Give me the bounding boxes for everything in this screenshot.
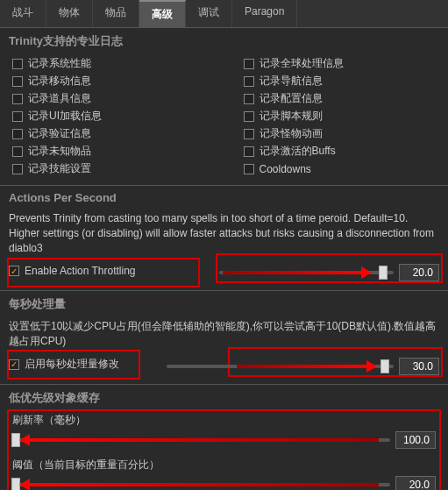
cb-log-skill[interactable]: 记录技能设置	[12, 161, 209, 176]
checkbox-icon	[244, 164, 254, 174]
checkbox-icon	[244, 94, 254, 104]
slider-thumb[interactable]	[11, 433, 20, 447]
checkbox-icon	[12, 59, 23, 69]
section-title: 每秒处理量	[9, 296, 439, 312]
tps-value[interactable]: 30.0	[399, 358, 439, 375]
cb-log-item[interactable]: 记录道具信息	[12, 91, 209, 106]
slider-thumb[interactable]	[11, 478, 20, 490]
cb-log-config[interactable]: 记录配置信息	[244, 91, 440, 106]
threshold-value[interactable]: 20.0	[395, 476, 436, 490]
section-title: Trinity支持的专业日志	[9, 33, 439, 49]
section-trinity-logs: Trinity支持的专业日志 记录系统性能 记录全球处理信息 记录移动信息 记录…	[0, 28, 448, 186]
section-ticks-per-second: 每秒处理量 设置低于10以减少CPU占用(但会降低辅助的智能度),你可以尝试高于…	[0, 291, 448, 385]
cb-log-cooldowns[interactable]: Cooldowns	[244, 161, 440, 176]
checkbox-icon	[12, 146, 23, 157]
section-title: 低优先级对象缓存	[9, 390, 439, 406]
cb-log-global[interactable]: 记录全球处理信息	[244, 56, 440, 71]
checkbox-icon	[12, 111, 23, 122]
cb-log-nav[interactable]: 记录导航信息	[244, 74, 440, 89]
section-actions-per-second: Actions Per Second Prevents Trinity from…	[0, 186, 448, 291]
cb-log-unknown[interactable]: 记录未知物品	[12, 144, 209, 159]
checkbox-icon	[12, 164, 23, 174]
checkbox-icon	[244, 76, 254, 87]
checkbox-icon	[244, 129, 254, 139]
cb-log-buffs[interactable]: 记录激活的Buffs	[244, 144, 440, 159]
checkbox-icon	[244, 146, 254, 157]
cb-log-ui[interactable]: 记录UI加载信息	[12, 109, 209, 124]
cb-log-verify[interactable]: 记录验证信息	[12, 126, 209, 141]
checkbox-icon	[244, 59, 254, 69]
aps-value[interactable]: 20.0	[399, 264, 439, 281]
checkbox-icon	[12, 129, 23, 139]
aps-slider[interactable]	[219, 271, 394, 274]
tab-debug[interactable]: 调试	[186, 0, 232, 27]
checkbox-icon	[244, 111, 254, 122]
tab-advanced[interactable]: 高级	[139, 0, 186, 27]
section-low-priority-cache: 低优先级对象缓存 刷新率（毫秒） 100.0 阈值（当前目标的重量百分比） 20…	[0, 385, 448, 490]
threshold-slider[interactable]	[12, 483, 390, 486]
slider-thumb[interactable]	[379, 266, 388, 280]
cb-log-script[interactable]: 记录脚本规则	[244, 109, 440, 124]
aps-description: Prevents Trinity from casting too many s…	[9, 211, 439, 255]
tab-items[interactable]: 物品	[93, 0, 139, 27]
tps-description: 设置低于10以减少CPU占用(但会降低辅助的智能度),你可以尝试高于10(DB默…	[9, 319, 439, 349]
refresh-rate-slider[interactable]	[12, 438, 390, 442]
section-title: Actions Per Second	[9, 191, 439, 204]
tab-combat[interactable]: 战斗	[0, 0, 46, 27]
cb-log-monster[interactable]: 记录怪物动画	[244, 126, 440, 141]
checkbox-icon	[12, 76, 23, 87]
tab-bar: 战斗 物体 物品 高级 调试 Paragon	[0, 0, 448, 28]
checkbox-icon	[12, 94, 23, 104]
tps-slider[interactable]	[167, 365, 394, 368]
refresh-rate-value[interactable]: 100.0	[395, 431, 436, 449]
tab-paragon[interactable]: Paragon	[232, 0, 297, 27]
slider-thumb[interactable]	[380, 359, 389, 373]
cb-log-move[interactable]: 记录移动信息	[12, 74, 209, 89]
tab-objects[interactable]: 物体	[46, 0, 93, 27]
cb-log-perf[interactable]: 记录系统性能	[12, 56, 209, 71]
